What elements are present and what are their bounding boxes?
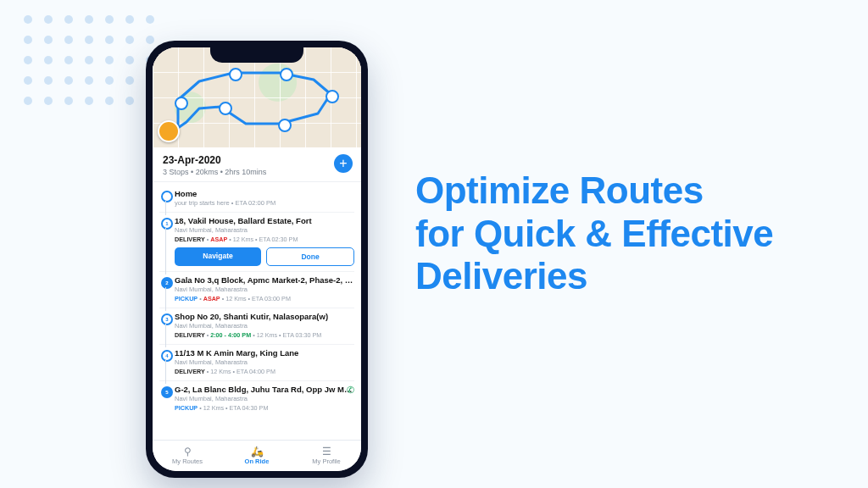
- tab-my-routes[interactable]: ⚲ My Routes: [153, 441, 222, 471]
- phone-icon[interactable]: ✆: [347, 385, 354, 396]
- map-pin[interactable]: [219, 102, 232, 115]
- add-stop-button[interactable]: +: [334, 154, 353, 173]
- stop-item[interactable]: 5 G-2, La Blanc Bldg, Juhu Tara Rd, Opp …: [159, 381, 354, 417]
- marketing-headline: Optimize Routes for Quick & Effective De…: [415, 169, 773, 298]
- map-pin[interactable]: [278, 119, 292, 132]
- bottom-nav: ⚲ My Routes 🛵 On Ride ☰ My Profile: [153, 440, 361, 471]
- plus-icon: +: [339, 157, 347, 170]
- stop-marker-icon: 5: [161, 386, 173, 398]
- stop-subtitle: your trip starts here • ETA 02:00 PM: [175, 199, 354, 207]
- headline-line-3: Deliveries: [415, 255, 773, 298]
- stop-item[interactable]: 1 18, Vakil House, Ballard Estate, Fort …: [159, 213, 354, 272]
- stop-marker-icon: 2: [161, 277, 173, 289]
- stop-marker-icon: [161, 191, 173, 202]
- route-date: 23-Apr-2020: [163, 154, 351, 166]
- decorative-dot-grid: [24, 15, 158, 108]
- stop-detail: DELIVERY • ASAP • 12 Kms • ETA 02:30 PM: [175, 236, 354, 243]
- route-meta: 3 Stops • 20kms • 2hrs 10mins: [163, 168, 351, 176]
- profile-icon: ☰: [322, 446, 331, 457]
- headline-line-2: for Quick & Effective: [415, 213, 773, 256]
- stop-subtitle: Navi Mumbai, Maharastra: [175, 358, 354, 366]
- stop-title: 18, Vakil House, Ballard Estate, Fort: [175, 216, 354, 225]
- stop-marker-icon: 1: [161, 218, 173, 230]
- tab-my-profile[interactable]: ☰ My Profile: [292, 441, 361, 471]
- stop-home[interactable]: Home your trip starts here • ETA 02:00 P…: [159, 186, 354, 213]
- stop-subtitle: Navi Mumbai, Maharastra: [175, 322, 354, 330]
- stop-subtitle: Navi Mumbai, Maharastra: [175, 395, 354, 402]
- stop-marker-icon: 3: [161, 313, 173, 325]
- tab-label: My Profile: [312, 458, 340, 465]
- stop-title: Gala No 3,q Block, Apmc Market-2, Phase-…: [175, 275, 354, 285]
- stop-title: Home: [175, 189, 354, 198]
- stop-item[interactable]: 2 Gala No 3,q Block, Apmc Market-2, Phas…: [159, 272, 354, 308]
- stop-actions: Navigate Done: [175, 247, 354, 266]
- app-screen: 23-Apr-2020 3 Stops • 20kms • 2hrs 10min…: [153, 47, 361, 471]
- map-pin[interactable]: [280, 68, 293, 81]
- stop-detail: PICKUP • ASAP • 12 Kms • ETA 03:00 PM: [175, 295, 354, 302]
- stop-marker-icon: 4: [161, 350, 173, 362]
- stops-list[interactable]: Home your trip starts here • ETA 02:00 P…: [153, 182, 361, 440]
- tab-label: On Ride: [245, 458, 270, 465]
- stop-title: G-2, La Blanc Bldg, Juhu Tara Rd, Opp Jw…: [175, 385, 354, 394]
- map-pin[interactable]: [229, 68, 242, 81]
- map-pin[interactable]: [326, 90, 339, 103]
- route-summary: 23-Apr-2020 3 Stops • 20kms • 2hrs 10min…: [153, 147, 361, 182]
- routes-icon: ⚲: [184, 446, 192, 457]
- stop-detail: DELIVERY • 12 Kms • ETA 04:00 PM: [175, 368, 354, 375]
- stop-title: 11/13 M K Amin Marg, King Lane: [175, 348, 354, 358]
- stop-item[interactable]: 3 Shop No 20, Shanti Kutir, Nalasopara(w…: [159, 308, 354, 345]
- headline-line-1: Optimize Routes: [415, 169, 773, 213]
- done-button[interactable]: Done: [266, 247, 354, 266]
- tab-on-ride[interactable]: 🛵 On Ride: [222, 441, 292, 471]
- phone-device-frame: 23-Apr-2020 3 Stops • 20kms • 2hrs 10min…: [146, 41, 368, 478]
- stop-detail: DELIVERY • 2:00 - 4:00 PM • 12 Kms • ETA…: [175, 331, 354, 339]
- map-pin[interactable]: [175, 97, 188, 110]
- ride-icon: 🛵: [251, 446, 264, 457]
- tab-label: My Routes: [172, 458, 203, 465]
- stop-title: Shop No 20, Shanti Kutir, Nalasopara(w): [175, 312, 354, 321]
- stop-detail: PICKUP • 12 Kms • ETA 04:30 PM: [175, 404, 354, 412]
- start-trip-icon[interactable]: [158, 120, 180, 142]
- stop-subtitle: Navi Mumbai, Maharastra: [175, 226, 354, 234]
- stop-subtitle: Navi Mumbai, Maharastra: [175, 286, 354, 293]
- phone-notch: [210, 47, 303, 63]
- navigate-button[interactable]: Navigate: [175, 247, 261, 266]
- stop-item[interactable]: 4 11/13 M K Amin Marg, King Lane Navi Mu…: [159, 345, 354, 381]
